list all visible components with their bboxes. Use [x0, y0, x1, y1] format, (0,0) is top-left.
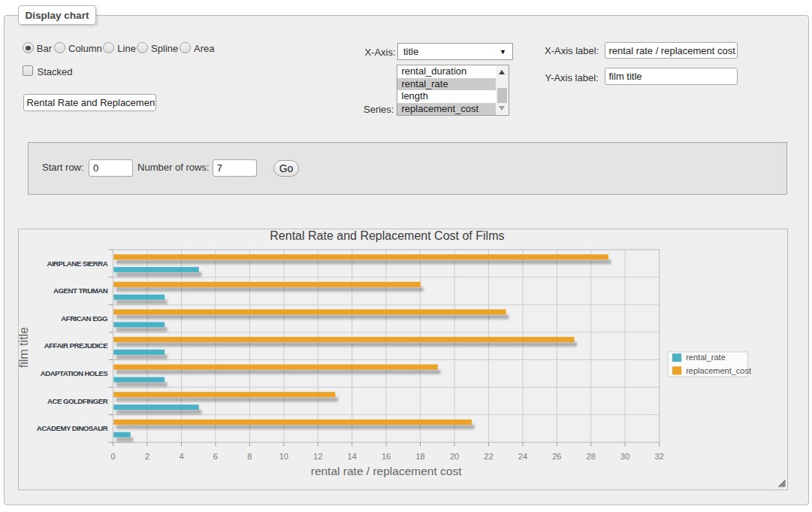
svg-text:6: 6	[213, 452, 218, 461]
svg-text:20: 20	[450, 452, 459, 461]
svg-text:AGENT TRUMAN: AGENT TRUMAN	[54, 286, 109, 295]
svg-text:ACE GOLDFINGER: ACE GOLDFINGER	[47, 397, 108, 405]
svg-text:24: 24	[518, 452, 527, 461]
svg-text:16: 16	[382, 452, 391, 461]
svg-text:10: 10	[279, 452, 288, 461]
svg-text:AFFAIR PREJUDICE: AFFAIR PREJUDICE	[44, 342, 108, 350]
svg-text:18: 18	[416, 452, 425, 461]
svg-text:replacement_cost: replacement_cost	[687, 366, 752, 375]
svg-text:2: 2	[145, 452, 149, 461]
svg-text:AIRPLANE SIERRA: AIRPLANE SIERRA	[47, 259, 108, 268]
svg-text:4: 4	[180, 452, 184, 461]
svg-text:12: 12	[313, 452, 322, 461]
svg-text:22: 22	[484, 452, 494, 461]
svg-text:26: 26	[553, 452, 562, 461]
svg-text:ACADEMY DINOSAUR: ACADEMY DINOSAUR	[37, 424, 108, 432]
svg-text:14: 14	[348, 452, 357, 461]
svg-text:30: 30	[620, 452, 629, 461]
svg-text:rental_rate: rental_rate	[687, 353, 726, 362]
svg-text:rental rate / replacement cost: rental rate / replacement cost	[311, 465, 462, 477]
svg-text:32: 32	[655, 452, 664, 461]
svg-text:film title: film title	[19, 327, 30, 368]
svg-text:AFRICAN EGG: AFRICAN EGG	[62, 314, 108, 323]
svg-text:28: 28	[587, 452, 596, 461]
svg-text:0: 0	[111, 452, 116, 461]
svg-text:8: 8	[248, 452, 252, 461]
svg-text:ADAPTATION HOLES: ADAPTATION HOLES	[41, 369, 108, 377]
